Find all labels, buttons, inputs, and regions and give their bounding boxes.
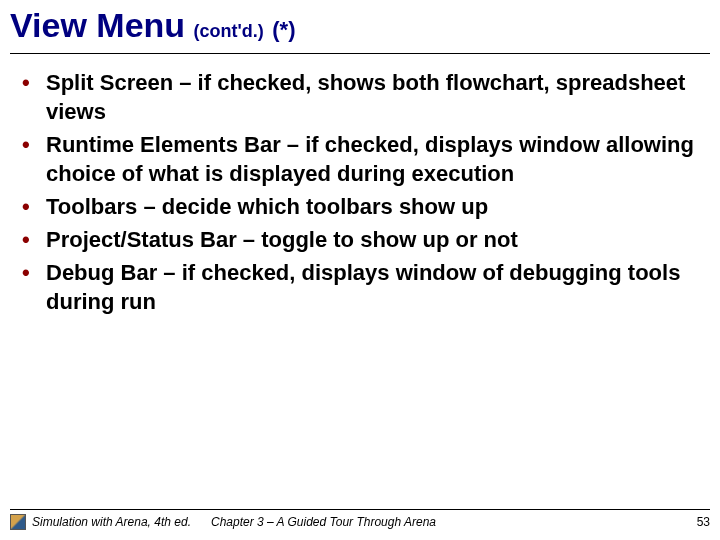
list-item: Debug Bar – if checked, displays window … [20, 258, 700, 316]
list-item: Runtime Elements Bar – if checked, displ… [20, 130, 700, 188]
footer-center-text: Chapter 3 – A Guided Tour Through Arena [211, 515, 697, 529]
slide-title-main: View Menu [10, 6, 185, 44]
list-item: Project/Status Bar – toggle to show up o… [20, 225, 700, 254]
slide: View Menu (cont'd.) (*) Split Screen – i… [0, 0, 720, 540]
footer-row: Simulation with Arena, 4th ed. Chapter 3… [10, 514, 710, 530]
slide-title-asterisk: (*) [272, 17, 295, 42]
list-item: Split Screen – if checked, shows both fl… [20, 68, 700, 126]
list-item: Toolbars – decide which toolbars show up [20, 192, 700, 221]
footer-divider [10, 509, 710, 510]
slide-title-sub: (cont'd.) [194, 21, 264, 41]
bullet-list: Split Screen – if checked, shows both fl… [20, 68, 700, 316]
slide-body: Split Screen – if checked, shows both fl… [0, 54, 720, 316]
page-number: 53 [697, 515, 710, 529]
slide-footer: Simulation with Arena, 4th ed. Chapter 3… [0, 509, 720, 530]
book-icon [10, 514, 26, 530]
footer-left-text: Simulation with Arena, 4th ed. [32, 515, 191, 529]
slide-title-block: View Menu (cont'd.) (*) [0, 0, 720, 45]
